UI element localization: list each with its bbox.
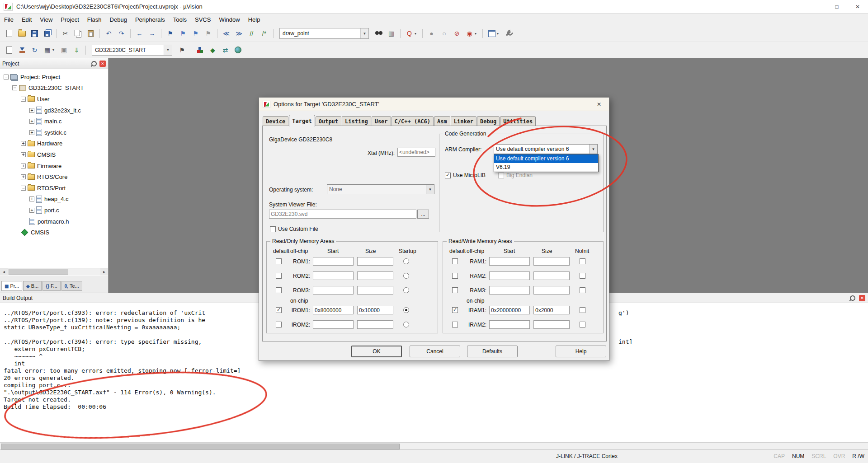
expand-icon[interactable]: + [21,141,26,146]
tree-item-project-project[interactable]: −Project: Project [0,71,108,83]
save-all-icon[interactable] [42,28,53,39]
tree-item-gd32e23x-it-c[interactable]: +gd32e23x_it.c [0,105,108,116]
select-packs-icon[interactable]: ⇄ [220,45,231,56]
project-panel-close-icon[interactable]: ✕ [99,61,106,67]
compiler-option-use-default-compiler-version-6[interactable]: Use default compiler version 6 [494,154,598,163]
irom2-startup-radio[interactable] [403,322,409,327]
menu-edit[interactable]: Edit [18,14,36,25]
iram1-size-input[interactable] [533,306,570,314]
ram3-start-input[interactable] [489,286,530,295]
use-microlib-checkbox[interactable] [445,173,451,178]
tree-item-gd32e230c-start[interactable]: −GD32E230C_START [0,83,108,94]
rom3-size-input[interactable] [357,286,393,295]
tree-item-portmacro-h[interactable]: portmacro.h [0,216,108,227]
bookmark-clear-icon[interactable]: ⚑ [203,28,214,39]
ram3-noinit-checkbox[interactable] [580,287,585,293]
configure-icon[interactable] [503,28,514,39]
ram1-size-input[interactable] [533,257,570,266]
target-select-combobox[interactable]: GD32E230C_START▼ [92,45,172,56]
rom1-startup-radio[interactable] [403,258,409,264]
bookmark-prev-icon[interactable]: ⚑ [177,28,189,39]
menu-tools[interactable]: Tools [169,14,191,25]
tree-item-heap-4-c[interactable]: +heap_4.c [0,194,108,205]
scroll-thumb[interactable] [9,269,68,275]
tree-item-cmsis[interactable]: +CMSIS [0,149,108,160]
menu-debug[interactable]: Debug [106,14,131,25]
panel-tab-te[interactable]: 0,Te... [61,281,82,291]
irom2-start-input[interactable] [313,320,354,329]
debug-windows-icon[interactable] [486,28,497,39]
debug-windows-icon-dropdown[interactable]: ▾ [497,32,501,36]
collapse-icon[interactable]: − [4,75,9,80]
scroll-right-arrow[interactable]: ▸ [100,268,108,276]
operating-system-combobox[interactable]: None ▼ [327,184,434,194]
panel-tab-pr[interactable]: ▦Pr... [1,281,22,291]
expand-icon[interactable]: + [21,174,26,179]
save-icon[interactable] [29,28,40,39]
rom1-size-input[interactable] [357,257,393,266]
ram2-noinit-checkbox[interactable] [580,273,585,279]
help-button[interactable]: Help [556,346,606,357]
build-output-hscrollbar[interactable] [0,442,868,449]
tree-item-user[interactable]: −User [0,94,108,105]
quick-find-icon-dropdown[interactable]: ▾ [415,32,419,36]
chevron-down-icon[interactable]: ▼ [589,145,597,154]
panel-tab-b[interactable]: ◈B... [23,281,42,291]
paste-icon[interactable] [85,28,96,39]
rom2-start-input[interactable] [313,271,354,280]
translate-file-icon[interactable] [4,45,15,56]
minimize-button[interactable]: – [806,0,826,13]
panel-tab-f[interactable]: {}F... [42,281,60,291]
maximize-button[interactable]: □ [826,0,847,13]
rebuild-all-icon[interactable]: ↻ [29,45,40,56]
comment-icon[interactable]: // [246,28,257,39]
iram2-start-input[interactable] [489,320,530,329]
rom2-startup-radio[interactable] [403,273,409,279]
menu-flash[interactable]: Flash [83,14,106,25]
breakpoint-disable-all-icon[interactable]: ⊘ [451,28,462,39]
defaults-button[interactable]: Defaults [467,346,518,357]
menu-view[interactable]: View [36,14,57,25]
ram3-size-input[interactable] [533,286,570,295]
ok-button[interactable]: OK [351,346,402,357]
manage-rte-icon[interactable]: ◆ [207,45,218,56]
collapse-icon[interactable]: − [12,85,17,90]
breakpoint-insert-icon[interactable]: ● [426,28,437,39]
undo-icon[interactable]: ↶ [103,28,114,39]
tree-item-cmsis[interactable]: CMSIS [0,227,108,238]
quick-find-icon[interactable]: Q [404,28,415,39]
tree-item-rtos-port[interactable]: −RTOS/Port [0,182,108,194]
scroll-thumb[interactable] [1,444,400,449]
pin-icon[interactable] [90,60,98,67]
menu-window[interactable]: Window [215,14,244,25]
chevron-down-icon[interactable]: ▼ [164,45,172,55]
rom3-startup-radio[interactable] [403,287,409,293]
menu-file[interactable]: File [0,14,18,25]
compiler-option-v6-19[interactable]: V6.19 [494,163,598,172]
batch-build-icon[interactable]: ▦ [42,45,53,56]
copy-icon[interactable] [72,28,84,39]
tree-item-port-c[interactable]: +port.c [0,205,108,216]
arm-compiler-combobox[interactable]: Use default compiler version 6 ▼ [494,144,598,154]
expand-icon[interactable]: + [29,130,34,135]
dialog-tab-target[interactable]: Target [289,115,315,127]
tree-item-firmware[interactable]: +Firmware [0,160,108,172]
tree-item-main-c[interactable]: +main.c [0,116,108,127]
expand-icon[interactable]: + [21,164,26,168]
rom1-start-input[interactable] [313,257,354,266]
irom2-size-input[interactable] [357,320,393,329]
scroll-left-arrow[interactable]: ◂ [0,268,8,276]
redo-icon[interactable]: ↷ [116,28,127,39]
system-viewer-file-input[interactable] [269,210,416,219]
pin-icon[interactable] [849,294,857,302]
chevron-down-icon[interactable]: ▼ [360,28,368,38]
expand-icon[interactable]: + [29,208,34,213]
menu-svcs[interactable]: SVCS [191,14,215,25]
iram2-noinit-checkbox[interactable] [580,322,585,327]
use-custom-file-checkbox[interactable] [270,226,276,232]
navigate-forward-icon[interactable]: → [146,28,158,39]
breakpoint-kill-all-icon[interactable]: ◉ [464,28,475,39]
download-to-flash-icon[interactable]: ⇓ [71,45,82,56]
new-file-icon[interactable] [4,28,15,39]
ram1-noinit-checkbox[interactable] [580,258,585,264]
